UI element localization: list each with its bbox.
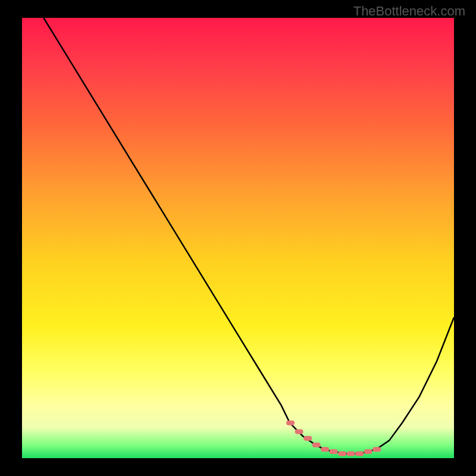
highlight-dot: [295, 430, 303, 434]
watermark-text: TheBottleneck.com: [353, 4, 465, 19]
highlight-dot: [364, 449, 372, 454]
plot-area: [22, 18, 454, 458]
highlight-dot: [372, 447, 381, 452]
highlight-dot: [338, 452, 346, 456]
highlight-dot: [355, 452, 364, 456]
curve-group: [43, 18, 454, 454]
bottleneck-curve: [43, 18, 454, 454]
highlight-dot: [330, 449, 338, 454]
highlight-dot: [347, 452, 355, 456]
chart-svg: [22, 18, 454, 458]
dots-group: [286, 421, 381, 456]
highlight-dot: [312, 443, 321, 447]
highlight-dot: [303, 436, 312, 441]
highlight-dot: [286, 421, 295, 425]
highlight-dot: [321, 447, 329, 452]
